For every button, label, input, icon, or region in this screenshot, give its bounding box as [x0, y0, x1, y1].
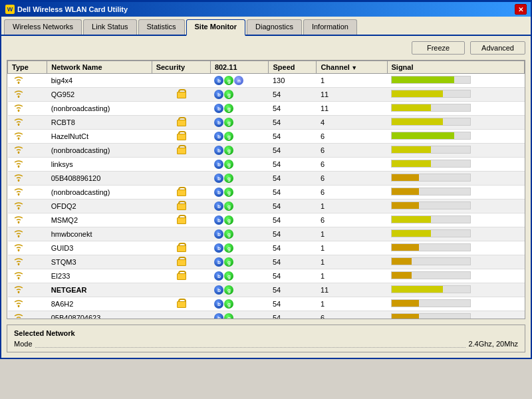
cell-type [8, 283, 47, 297]
cell-security [152, 102, 210, 116]
window-title: Dell Wireless WLAN Card Utility [17, 5, 128, 13]
svg-point-9 [17, 207, 19, 209]
dot-g: g [224, 313, 233, 319]
table-row[interactable]: OFDQ2bg541 [8, 200, 525, 213]
table-row[interactable]: 05B408896120bg546 [8, 172, 525, 186]
cell-80211: bg [210, 130, 269, 144]
svg-point-5 [17, 152, 19, 154]
table-row[interactable]: EI233bg541 [8, 269, 525, 283]
dot-g: g [224, 299, 233, 309]
dot-icons: bg [214, 257, 233, 267]
cell-security [152, 269, 210, 283]
signal-bar-container [391, 299, 471, 307]
table-row[interactable]: 05B408704623bg546 [8, 311, 525, 319]
cell-type [8, 74, 47, 88]
table-body: big4x4bgn1301 QG952bg5411 (nonbroadcasti… [8, 74, 525, 319]
dot-b: b [214, 104, 223, 113]
tab-statistics[interactable]: Statistics [138, 19, 185, 35]
lock-icon [177, 299, 185, 308]
col-80211[interactable]: 802.11 [210, 61, 269, 74]
freeze-button[interactable]: Freeze [412, 41, 465, 55]
cell-type [8, 116, 47, 130]
tab-site-monitor[interactable]: Site Monitor [186, 19, 246, 36]
tab-diagnostics[interactable]: Diagnostics [247, 19, 302, 35]
cell-signal [387, 116, 525, 130]
table-row[interactable]: linksysbg546 [8, 158, 525, 172]
cell-type [8, 144, 47, 158]
close-button[interactable]: ✕ [515, 4, 527, 15]
signal-bar-container [391, 201, 471, 209]
cell-name: (nonbroadcasting) [47, 102, 152, 116]
dot-icons: bg [214, 313, 233, 319]
cell-type [8, 227, 47, 241]
wifi-icon [12, 271, 25, 280]
cell-signal [387, 213, 525, 227]
col-type[interactable]: Type [8, 61, 47, 74]
advanced-button[interactable]: Advanced [470, 41, 525, 55]
table-row[interactable]: (nonbroadcasting)bg546 [8, 186, 525, 200]
cell-80211: bg [210, 283, 269, 297]
table-row[interactable]: NETGEARbg5411 [8, 283, 525, 297]
table-row[interactable]: big4x4bgn1301 [8, 74, 525, 88]
table-row[interactable]: (nonbroadcasting)bg546 [8, 144, 525, 158]
selected-network-section: Selected Network Mode 2.4Ghz, 20Mhz [7, 325, 525, 352]
table-row[interactable]: STQM3bg541 [8, 255, 525, 269]
cell-type [8, 311, 47, 319]
dot-g: g [224, 243, 233, 253]
dot-g: g [224, 257, 233, 267]
tab-wireless-networks[interactable]: Wireless Networks [4, 19, 82, 35]
table-row[interactable]: (nonbroadcasting)bg5411 [8, 102, 525, 116]
dot-icons: bg [214, 271, 233, 281]
svg-point-0 [17, 82, 19, 84]
col-speed[interactable]: Speed [269, 61, 317, 74]
col-security[interactable]: Security [152, 61, 210, 74]
cell-channel: 6 [317, 144, 387, 158]
cell-security [152, 200, 210, 213]
cell-channel: 6 [317, 311, 387, 319]
dot-g: g [224, 285, 233, 295]
cell-name: NETGEAR [47, 283, 152, 297]
table-scroll[interactable]: Type Network Name Security 802.11 Speed … [7, 61, 525, 319]
signal-bar-fill [392, 160, 431, 167]
dot-b: b [214, 215, 223, 225]
col-signal[interactable]: Signal [387, 61, 525, 74]
col-channel[interactable]: Channel [317, 61, 387, 74]
signal-bar-container [391, 174, 471, 182]
table-row[interactable]: 8A6H2bg541 [8, 297, 525, 311]
cell-name: RCBT8 [47, 116, 152, 130]
tab-link-status[interactable]: Link Status [83, 19, 136, 35]
table-row[interactable]: HazelNutCtbg546 [8, 130, 525, 144]
lock-icon [177, 271, 185, 280]
cell-80211: bg [210, 172, 269, 186]
signal-bar-container [391, 188, 471, 196]
cell-signal [387, 227, 525, 241]
dot-icons: bg [214, 299, 233, 309]
dot-icons: bg [214, 243, 233, 253]
table-row[interactable]: RCBT8bg544 [8, 116, 525, 130]
cell-signal [387, 74, 525, 88]
cell-speed: 54 [269, 130, 317, 144]
dot-b: b [214, 257, 223, 267]
table-row[interactable]: QG952bg5411 [8, 88, 525, 102]
dot-g: g [224, 76, 233, 85]
dot-b: b [214, 76, 223, 85]
tab-information[interactable]: Information [303, 19, 357, 35]
signal-bar-container [391, 76, 471, 84]
dot-g: g [224, 201, 233, 211]
col-name[interactable]: Network Name [47, 61, 152, 74]
dot-b: b [214, 90, 223, 99]
svg-point-10 [17, 221, 19, 223]
table-row[interactable]: MSMQ2bg546 [8, 213, 525, 227]
dot-icons: bg [214, 104, 233, 113]
cell-type [8, 269, 47, 283]
lock-icon [177, 243, 185, 252]
cell-speed: 54 [269, 102, 317, 116]
cell-signal [387, 269, 525, 283]
cell-security [152, 255, 210, 269]
signal-bar-container [391, 146, 471, 154]
cell-name: STQM3 [47, 255, 152, 269]
dot-b: b [214, 146, 223, 155]
table-row[interactable]: hmwbconektbg541 [8, 227, 525, 241]
table-row[interactable]: GUID3bg541 [8, 241, 525, 255]
cell-speed: 54 [269, 241, 317, 255]
